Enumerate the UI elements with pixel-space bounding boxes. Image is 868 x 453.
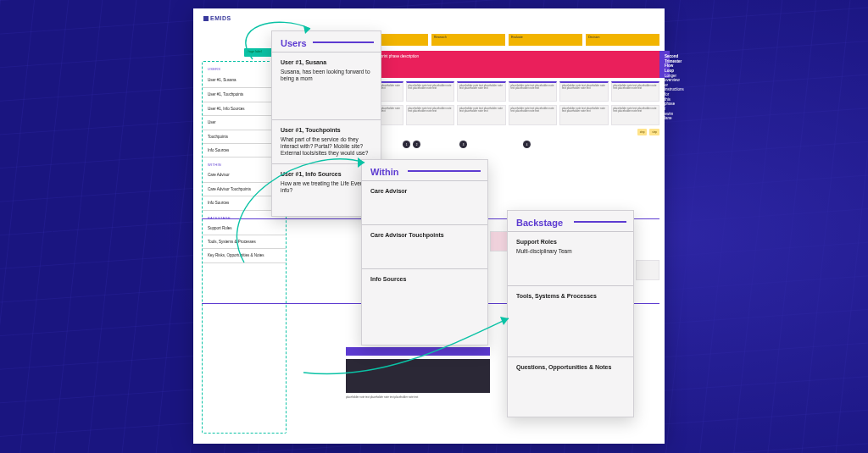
users-card-section: User #1, Susana Susana, has been looking… (272, 52, 381, 89)
swimlane-row: Support Roles (203, 222, 286, 235)
users-card-sec-body: What part of the service do they interac… (281, 136, 368, 156)
step-chip: step (637, 129, 648, 135)
within-card[interactable]: Within Care Advisor Care Advisor Touchpo… (361, 159, 488, 345)
secondary-stage-bar: Second Trimester Flow Loop Longer overvi… (659, 51, 670, 78)
users-card-section: User #1, Touchpoints What part of the se… (272, 119, 381, 163)
footer-bar (346, 347, 490, 356)
tile (636, 260, 660, 280)
swimlane-row: Key Risks, Opportunities & Notes (203, 249, 286, 262)
swimlane-row: Tools, Systems & Processes (203, 235, 286, 249)
phase-cell: Evaluate (509, 34, 582, 46)
step-dots: 1 2 3 4 (354, 141, 659, 148)
secondary-stage-sub: Longer overview or instructions for this… (665, 74, 684, 121)
backstage-card-title: Backstage (508, 211, 633, 231)
detail-cell: placeholder note text placeholder note t… (457, 105, 506, 125)
users-card-sec-title: User #1, Touchpoints (281, 127, 372, 135)
step-dot: 4 (523, 141, 531, 148)
backstage-row-body: Multi-disciplinary Team (516, 248, 572, 254)
users-card-sec-body: How are we treating the Life Events info… (281, 180, 368, 193)
detail-cell: placeholder note text placeholder note t… (509, 105, 558, 125)
footer-block: placeholder note text placeholder note t… (346, 347, 490, 400)
phase-row: Awareness Research Evaluate Decision (354, 34, 659, 46)
detail-cell: placeholder note text placeholder note t… (611, 81, 660, 102)
detail-cell: placeholder note text placeholder note t… (509, 81, 558, 102)
step-chips: step step step step (354, 129, 659, 135)
detail-cell: placeholder note text placeholder note t… (559, 81, 609, 102)
backstage-row-title: Support Roles (516, 239, 625, 246)
users-card-sec-title: User #1, Susana (281, 59, 372, 67)
step-dot: 2 (413, 141, 420, 148)
primary-stage-bar: Service blueprint phase description (354, 51, 659, 78)
brand-logo: EMIDS (203, 15, 231, 21)
brand-logo-text: EMIDS (210, 15, 231, 21)
backstage-card-row: Questions, Opportunities & Notes (508, 356, 633, 380)
backstage-card[interactable]: Backstage Support Roles Multi-disciplina… (507, 210, 634, 417)
footer-box (346, 359, 490, 393)
users-card-title: Users (272, 31, 381, 52)
detail-cell: placeholder note text placeholder note t… (611, 105, 660, 125)
phase-cell: Decision (586, 34, 659, 46)
footer-notes: placeholder note text placeholder note t… (346, 396, 448, 400)
detail-cell: placeholder note text placeholder note t… (457, 81, 506, 102)
within-card-title: Within (362, 160, 487, 180)
blueprint-canvas: EMIDS Awareness Research Evaluate Decisi… (193, 8, 665, 444)
backstage-card-row: Tools, Systems & Processes (508, 285, 633, 309)
detail-cell: placeholder note text placeholder note t… (406, 81, 455, 102)
phase-cell: Research (431, 34, 505, 46)
backstage-card-row: Support Roles Multi-disciplinary Team (508, 231, 633, 262)
users-card-sec-body: Susana, has been looking forward to bein… (281, 69, 370, 81)
step-dot: 3 (459, 141, 467, 148)
step-dot: 1 (403, 141, 410, 148)
detail-cell: placeholder note text placeholder note t… (406, 105, 455, 125)
detail-cell: placeholder note text placeholder note t… (559, 105, 609, 125)
step-chip: step (649, 129, 659, 135)
within-card-row: Care Advisor Touchpoints (362, 224, 487, 248)
within-card-row: Info Sources (362, 268, 487, 292)
users-card-sec-title: User #1, Info Sources (281, 171, 372, 179)
secondary-stage-title: Second Trimester Flow Loop (665, 54, 682, 73)
within-card-row: Care Advisor (362, 180, 487, 204)
